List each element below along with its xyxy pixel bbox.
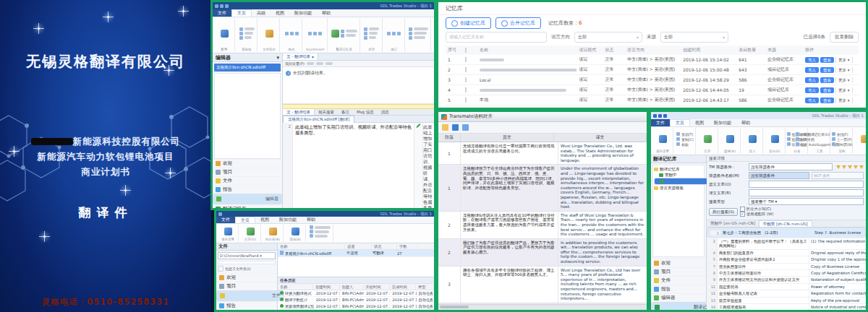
- project-settings-icon[interactable]: [659, 135, 667, 143]
- ribbon-small-button[interactable]: 查找(F): [832, 132, 853, 136]
- source-text-input[interactable]: [749, 181, 864, 188]
- ribbon-icon[interactable]: [285, 32, 289, 35]
- entry-target[interactable]: Original approval reply of the Com…: [809, 250, 866, 256]
- entry-source[interactable]: 指定委托书: [718, 284, 809, 290]
- ribbon-small-button[interactable]: 下一页(N): [832, 142, 853, 147]
- ribbon-icon[interactable]: [397, 32, 401, 35]
- language-direction-select[interactable]: 全部▾: [574, 32, 642, 43]
- project-settings-button[interactable]: 项目设置(P): [285, 61, 305, 66]
- entry-source[interactable]: 商务部门的批复原件: [718, 250, 809, 256]
- entry-target[interactable]: Power of attorney: [809, 284, 866, 290]
- ribbon-small-button[interactable]: [409, 36, 428, 40]
- entry-source[interactable]: 外商投资企业批准证书原件副本1: [718, 256, 809, 262]
- nav-item-3[interactable]: 报告: [216, 301, 277, 310]
- project-settings-icon[interactable]: [221, 30, 229, 38]
- row-checkbox[interactable]: [465, 77, 467, 82]
- nav-item-2[interactable]: 文件: [213, 176, 282, 185]
- task-column-4[interactable]: 完成时间: [390, 285, 416, 290]
- tm-filter-combo[interactable]: 没有筛选条件: [749, 163, 833, 170]
- ribbon-small-button[interactable]: [364, 36, 379, 40]
- import-button[interactable]: 导入: [805, 67, 819, 73]
- view-button[interactable]: 查看: [820, 67, 834, 73]
- ribbon-tab-4[interactable]: 帮助: [736, 119, 755, 126]
- ribbon-small-button[interactable]: [239, 27, 255, 31]
- filter-name-input[interactable]: 没有筛选条件: [749, 172, 809, 179]
- import-button[interactable]: 导入: [805, 57, 819, 63]
- open-folder-icon[interactable]: [442, 124, 448, 131]
- save-icon[interactable]: [452, 124, 459, 131]
- entry-source[interactable]: 第七步：工商营业执照 (1-2周): [721, 230, 813, 235]
- batch-tasks-icon[interactable]: [265, 30, 273, 38]
- nav-item-0[interactable]: 欢迎: [216, 273, 277, 282]
- align-row[interactable]: 1无锡灵格翻译有限公司是一家经国家工商行政管理局批准成立的专业语言类服务公司。W…: [438, 142, 647, 165]
- entry-target[interactable]: Notice of industrial and commercia…: [809, 304, 866, 310]
- more-button[interactable]: 更多 ▾: [835, 87, 853, 93]
- more-button[interactable]: 更多 ▾: [835, 77, 853, 83]
- ribbon-small-button[interactable]: 粘贴: [676, 142, 694, 147]
- segment-row[interactable]: 2此基础上增加了实用口语培训、视频听译、外语配音等特色服务类型。此基础上增加了实…: [283, 123, 434, 210]
- tm-entry-row[interactable]: 14工商核准通知书Notice of industrial and commer…: [707, 304, 866, 311]
- target-text[interactable]: Wuxi Lingo Translation Co., Ltd has over…: [558, 266, 647, 303]
- entry-source[interactable]: 营业执照复印件: [718, 264, 809, 269]
- source-text[interactable]: 拥有各领域中具有多年专业翻译经验的工程师、博士硕士、海归人员、外籍译审等500多…: [461, 266, 558, 303]
- tm-entry-row[interactable]: 1第七步：工商营业执照 (1-2周)Step 7. Business licen…: [707, 228, 866, 238]
- open-tm-icon[interactable]: [704, 135, 712, 143]
- ribbon-tab-5[interactable]: 帮助: [317, 9, 336, 17]
- segment-target-sliver[interactable]: 此基础上增加了实用口语培训、视频听译、外语配音等特色服务类型。: [422, 123, 434, 210]
- tm-language-tab-0[interactable]: 英翻中 [en-US->zh-CN]: [707, 220, 759, 227]
- entry-source[interactable]: 工商核准通知书: [718, 304, 809, 310]
- select-all-checkbox[interactable]: [465, 48, 467, 53]
- target-text[interactable]: In addition to providing the customers w…: [558, 239, 647, 266]
- bottom-tab-0[interactable]: 灵 - 翻译结果: [283, 109, 315, 115]
- ribbon-tab-4[interactable]: 帮助: [302, 217, 320, 223]
- ribbon-small-button[interactable]: [239, 32, 255, 35]
- target-text[interactable]: Wuxi Lingo Translation Co., Ltd. was est…: [558, 142, 647, 164]
- search-option[interactable]: 区分大小写(C): [740, 207, 774, 212]
- ribbon-small-button[interactable]: [364, 27, 379, 31]
- chevron-down-icon[interactable]: ▾: [276, 55, 279, 61]
- align-row[interactable]: 2我们除了为客户提供优质的翻译产品，更致力于为客户提供方便有效的综合服务，让客户…: [438, 239, 647, 266]
- entry-target[interactable]: Copy of Registration Certificate of …: [809, 270, 866, 276]
- create-tm-button[interactable]: 创建记忆库: [446, 17, 491, 29]
- bottom-tab-2[interactable]: 备注: [338, 109, 353, 115]
- ribbon-icon[interactable]: [313, 32, 317, 35]
- funnel-icon[interactable]: [854, 165, 858, 169]
- ribbon-tab-2[interactable]: 视图: [255, 217, 274, 223]
- funnel-icon[interactable]: [836, 165, 841, 169]
- document-tab[interactable]: 灵格简介8cn-zhCN.sdlxliff [翻译]: [283, 116, 354, 123]
- more-button[interactable]: 更多 ▾: [835, 98, 853, 103]
- tm-entry-row[interactable]: 2（一）需要的资料，包括但不限于以下：（具体见工商局网站）(1) The req…: [707, 238, 866, 250]
- source-text[interactable]: 无锡灵格翻译有限公司是一家经国家工商行政管理局批准成立的专业语言类服务公司。: [461, 142, 558, 164]
- ribbon-small-button[interactable]: [364, 32, 379, 35]
- task-icon[interactable]: [726, 135, 734, 143]
- tm-entry-row[interactable]: 7营业执照复印件Copy of Business License: [707, 264, 866, 270]
- funnel-icon[interactable]: [848, 165, 852, 169]
- save-icon[interactable]: [658, 114, 662, 118]
- task-column-5[interactable]: 类型: [416, 285, 434, 290]
- ribbon-button-icon[interactable]: [269, 228, 277, 235]
- align-row[interactable]: 3拥有各领域中具有多年专业翻译经验的工程师、博士硕士、海归人员、外籍译审等500…: [438, 266, 647, 303]
- ribbon-small-button[interactable]: [341, 34, 357, 38]
- batch-delete-button[interactable]: 批量删除: [830, 32, 859, 43]
- align-row[interactable]: 2灵格翻译&培训从业人员均具有近10年的翻译行业经验，在翻译客户需求方面能够按照…: [438, 212, 647, 239]
- toolbar-icon[interactable]: [326, 62, 333, 65]
- view-button[interactable]: 查看: [820, 98, 834, 103]
- more-button[interactable]: 更多 ▾: [835, 57, 853, 63]
- task-icon[interactable]: [771, 135, 779, 143]
- ribbon-small-button[interactable]: [409, 27, 428, 31]
- tm-entry-row[interactable]: 12企业秘书联系人登记表Registration form for contac…: [707, 290, 866, 297]
- nav-item-2[interactable]: 文件: [216, 290, 284, 301]
- save-icon[interactable]: [220, 4, 224, 8]
- ribbon-small-button[interactable]: [341, 30, 357, 33]
- source-text[interactable]: 灵格翻译致力于在全球化商业环境下为全球客户提供高品质的英、日、韩、德、法、西班牙…: [461, 165, 558, 210]
- horizontal-scrollbar[interactable]: [438, 304, 647, 310]
- ribbon-small-button[interactable]: 上一页(P): [832, 137, 853, 142]
- ribbon-button-icon[interactable]: [224, 228, 232, 235]
- ribbon-icon[interactable]: [295, 32, 299, 35]
- ribbon-small-button[interactable]: [409, 32, 428, 35]
- entry-target[interactable]: Notarization of subject qualification… e…: [809, 277, 866, 282]
- perform-search-button[interactable]: 执行搜索(S): [709, 208, 738, 216]
- ribbon-small-button[interactable]: 复制(C): [676, 137, 694, 142]
- results-window-tab[interactable]: 灵 - 翻译结果▾: [283, 53, 318, 60]
- task-row[interactable]: 翻译字数统计2019-12-07 16:0…BIN-PC\Admin…2019-…: [278, 297, 434, 303]
